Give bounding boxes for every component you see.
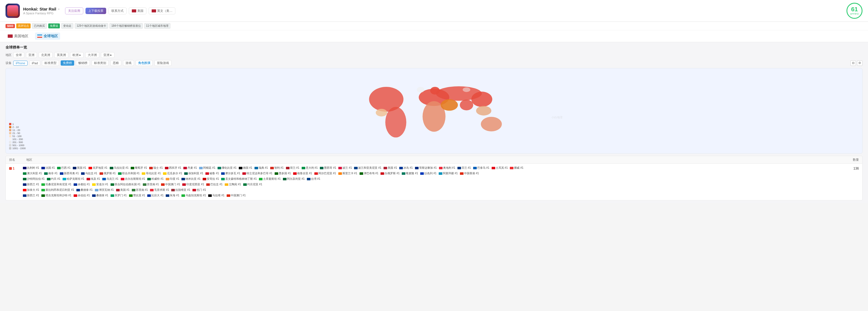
country-item: 联合阿拉伯酋长国 #1 (111, 183, 141, 186)
country-item: 马拉维 #1 (208, 193, 224, 197)
score-badge: 61 APP评分 (846, 3, 863, 19)
country-item: 津巴布韦 #1 (360, 172, 379, 175)
svg-point-3 (441, 99, 458, 111)
filter-namerica[interactable]: 北美洲 (39, 52, 53, 58)
tag-2: 已内购买 (32, 23, 47, 29)
country-item: 马拉比亚 #1 (110, 166, 129, 170)
tag-1: 高评论点 (16, 24, 31, 28)
map-watermark: 小白地理 (552, 116, 562, 119)
follow-button[interactable]: 关注应用 (65, 7, 83, 14)
main-content: 全球榜单一览 地区 全球 亚洲 北美洲 英美洲 欧洲 ▸ 大洋洲 亚洲 ▸ 设备… (0, 42, 868, 203)
country-item: 中国澳门 #1 (161, 183, 180, 186)
filter-iphone[interactable]: iPhone (13, 61, 28, 66)
legend: 1 2 - 10 11 - 20 21 - 50 51 - 100 101 - … (9, 123, 26, 150)
table-body: 1 比利时 #1 法国 #1 巴西 #1 英国 #1 克罗地亚 #1 马拉比亚 … (5, 163, 863, 200)
rank-number: 1 (9, 166, 23, 170)
country-item: 联合共和国 #1 (118, 172, 140, 175)
country-item: 巴西 #1 (57, 166, 70, 170)
country-item: 巴拿马 #1 (473, 166, 489, 170)
filter-game[interactable]: 游戏 (123, 60, 134, 66)
country-item: 哥伦比亚 #1 (142, 172, 161, 175)
country-item: 秘鲁 #1 (206, 172, 219, 175)
country-item: 阿尔巴尼亚 #1 (314, 172, 336, 175)
country-item: 乌克兰 #1 (102, 177, 119, 181)
country-item: 朱海 #1 (166, 193, 179, 197)
country-item: 瑞典 #1 (254, 166, 268, 170)
filter-ipad[interactable]: iPad (29, 61, 40, 66)
collapse-icon[interactable]: ⊟ (850, 60, 856, 66)
country-item: 冰岛 #1 (399, 166, 413, 170)
region-tab-us-label: 美国地区 (14, 34, 28, 39)
country-item: 瑞士 #1 (149, 166, 163, 170)
tag-4: 变动走 (61, 23, 73, 29)
region-tab-global[interactable]: 全球地区 (35, 33, 60, 40)
country-item: 吉尔吉斯斯坦 #1 (121, 177, 145, 181)
language-button[interactable]: 英文（美… (149, 7, 175, 14)
filter-grossing[interactable]: 畅销榜 (76, 60, 90, 66)
region-button[interactable]: 美国 (129, 7, 147, 14)
country-item: 桑德拿 #1 (76, 188, 93, 192)
table-header: 排名 地区 数量 (5, 156, 863, 163)
country-item: 美国 #1 (383, 166, 397, 170)
country-item: 德国 #1 (239, 166, 252, 170)
country-item: 西班牙 #1 (165, 166, 181, 170)
svg-point-9 (481, 117, 502, 131)
country-item: 台湾 #1 (307, 177, 320, 181)
country-item: 印度 #1 (166, 177, 179, 181)
filter-asia[interactable]: 亚洲 (26, 52, 37, 58)
world-map (134, 72, 734, 149)
country-item: 加拿大 #1 (23, 188, 39, 192)
country-item: 新西哥奥 #1 (60, 172, 79, 175)
download-button[interactable]: 上下载投票 (86, 8, 106, 14)
region-tab-us[interactable]: 美国地区 (5, 33, 31, 40)
language-label: 英文（美… (157, 9, 172, 13)
country-item: 挪化比亚 #1 (218, 166, 237, 170)
country-item: 哈萨克斯坦 #1 (63, 177, 84, 181)
app-subtitle: A Space Fantasy RPG (23, 11, 60, 15)
filter-simu[interactable]: 思粮 (110, 60, 121, 66)
svg-point-12 (417, 87, 425, 93)
filter-category[interactable]: 标准类别 (92, 60, 108, 66)
filter-oceania[interactable]: 大洋洲 (85, 52, 99, 58)
country-item: 波兰和亚美尼亚 #1 (354, 166, 381, 170)
filter-all[interactable]: 全球 (13, 52, 24, 58)
contact-button[interactable]: 联系方式 (108, 7, 127, 14)
country-item: 南非 #1 (44, 172, 58, 175)
app-title-close: × (58, 7, 60, 11)
legend-item-4: 21 - 50 (9, 132, 26, 134)
legend-item-8: 501 - 1000 (9, 144, 26, 147)
col-rank: 排名 (9, 158, 15, 162)
filter-europe[interactable]: 欧洲 ▸ (70, 52, 84, 58)
region-tab-global-label: 全球地区 (43, 34, 58, 39)
device-filter-label: 设备 (5, 61, 11, 65)
header-actions: 关注应用 上下载投票 联系方式 美国 英文（美… (65, 7, 175, 14)
app-header: Honkai: Star Rail × A Space Fantasy RPG … (0, 0, 868, 22)
country-item: 约旦 #1 (47, 177, 60, 181)
country-item: 乌拉圭 #1 (81, 172, 97, 175)
filter-row: 地区 全球 亚洲 北美洲 英美洲 欧洲 ▸ 大洋洲 亚洲 ▸ (5, 52, 863, 58)
map-container: 小白地理 1 2 - 10 11 - 20 21 - 50 51 - 100 1… (5, 68, 863, 154)
country-item: 克罗地亚 #1 (89, 166, 107, 170)
filter-standard-type[interactable]: 标准类型 (42, 60, 59, 66)
country-item: 立陶宛 #1 (225, 183, 241, 186)
country-item: 斯里兰卡 #1 (338, 172, 358, 175)
filter-asia2[interactable]: 亚洲 ▸ (101, 52, 115, 58)
gear-icon[interactable]: ⚙ (857, 60, 863, 66)
filter-samerica[interactable]: 英美洲 (54, 52, 68, 58)
country-item: 荷兰 #1 (286, 166, 300, 170)
filter-rpg[interactable]: 角色扮演 (136, 60, 153, 66)
tag-6: 184个地区畅销榜首座位 (110, 23, 143, 29)
filter-free[interactable]: 免费榜 (61, 60, 74, 66)
country-item: 芬兰 #1 (458, 166, 471, 170)
country-item: 新西兰 #1 (23, 183, 39, 186)
svg-point-11 (430, 87, 440, 95)
country-item: 喀麦隆 #1 (402, 172, 418, 175)
country-item: 特立尼达和多巴哥 #1 (242, 172, 272, 175)
filter-adventure[interactable]: 冒险游戏 (154, 60, 172, 66)
section-title: 全球榜单一览 (5, 45, 863, 50)
svg-point-8 (385, 107, 406, 137)
country-item: 坦桑尼亚和肯尼亚 #1 (41, 183, 71, 186)
country-item: 约旦尼亚 #1 (243, 183, 262, 186)
country-item: 巴拉圭 #1 (206, 183, 222, 186)
country-item: 安道尔 #1 (92, 183, 108, 186)
